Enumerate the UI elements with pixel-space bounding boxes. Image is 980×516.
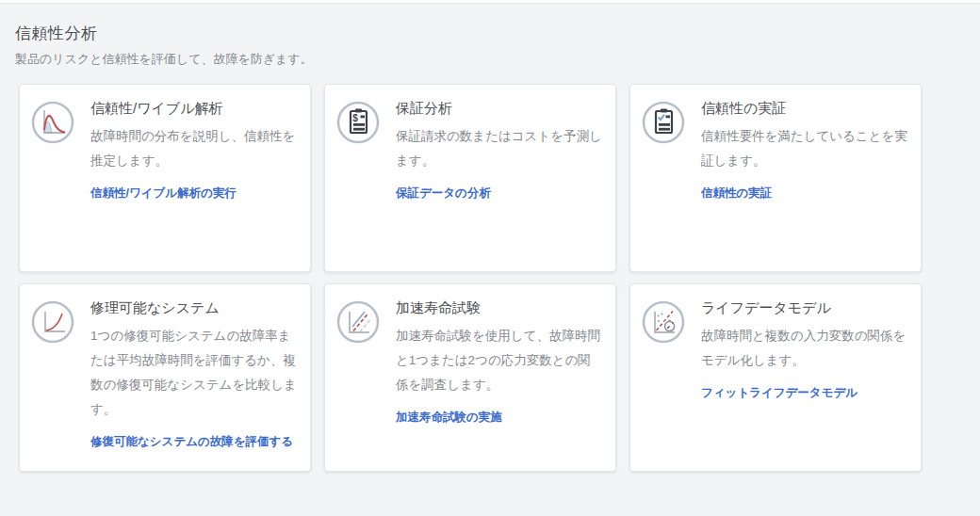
card-reliability-demonstration: 信頼性の実証 信頼性要件を満たしていることを実証します。 信頼性の実証: [629, 84, 922, 272]
card-title: 保証分析: [396, 100, 602, 118]
growth-curve-icon: [30, 299, 75, 345]
card-warranty-analysis: $ 保証分析 保証請求の数またはコストを予測します。 保証データの分析: [324, 84, 616, 272]
card-title: 加速寿命試験: [396, 299, 602, 317]
trend-lines-icon: [335, 299, 381, 345]
page-header: 信頼性分析 製品のリスクと信頼性を評価して、故障を防ぎます。: [15, 23, 980, 68]
card-title: ライフデータモデル: [701, 299, 907, 317]
card-title: 信頼性/ワイブル解析: [90, 100, 297, 118]
page-subtitle: 製品のリスクと信頼性を評価して、故障を防ぎます。: [15, 51, 980, 68]
checklist-clipboard-icon: [641, 100, 686, 145]
card-title: 修理可能なシステム: [90, 299, 297, 317]
card-description: 故障時間の分布を説明し、信頼性を推定します。: [90, 124, 297, 173]
analyze-warranty-data-link[interactable]: 保証データの分析: [396, 185, 491, 202]
top-divider: [0, 0, 980, 4]
card-reliability-weibull: 信頼性/ワイブル解析 故障時間の分布を説明し、信頼性を推定します。 信頼性/ワイ…: [19, 84, 311, 272]
card-title: 信頼性の実証: [701, 100, 907, 118]
card-description: 加速寿命試験を使用して、故障時間と1つまたは2つの応力変数との関係を調査します。: [396, 324, 602, 397]
card-accelerated-life-testing: 加速寿命試験 加速寿命試験を使用して、故障時間と1つまたは2つの応力変数との関係…: [324, 283, 616, 472]
demonstrate-reliability-link[interactable]: 信頼性の実証: [701, 185, 772, 202]
fit-life-data-model-link[interactable]: フィットライフデータモデル: [701, 385, 858, 401]
card-description: 故障時間と複数の入力変数の関係をモデル化します。: [701, 324, 907, 373]
card-description: 1つの修復可能システムの故障率または平均故障時間を評価するか、複数の修復可能なシ…: [90, 324, 297, 422]
conduct-accelerated-life-test-link[interactable]: 加速寿命試験の実施: [396, 410, 502, 426]
warranty-clipboard-icon: $: [335, 100, 381, 145]
card-description: 保証請求の数またはコストを予測します。: [396, 124, 602, 173]
page-title: 信頼性分析: [15, 23, 980, 44]
card-description: 信頼性要件を満たしていることを実証します。: [701, 124, 907, 173]
distribution-curve-icon: [30, 100, 75, 145]
evaluate-repairable-system-link[interactable]: 修復可能なシステムの故障を評価する: [90, 434, 293, 450]
card-grid: 信頼性/ワイブル解析 故障時間の分布を説明し、信頼性を推定します。 信頼性/ワイ…: [19, 84, 980, 472]
card-life-data-model: ライフデータモデル 故障時間と複数の入力変数の関係をモデル化します。 フィットラ…: [629, 283, 922, 472]
run-weibull-analysis-link[interactable]: 信頼性/ワイブル解析の実行: [90, 185, 237, 202]
svg-text:$: $: [352, 113, 358, 123]
card-repairable-systems: 修理可能なシステム 1つの修復可能システムの故障率または平均故障時間を評価するか…: [19, 283, 311, 472]
scatter-stopwatch-icon: [641, 299, 686, 345]
